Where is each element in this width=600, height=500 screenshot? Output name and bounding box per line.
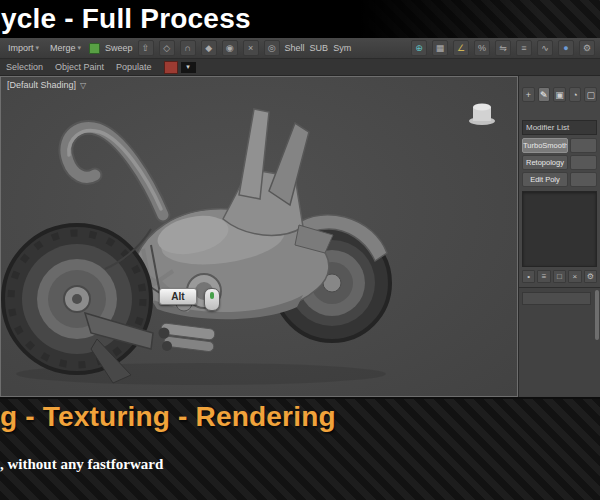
merge-menu-label: Merge [50, 43, 76, 53]
top-banner: ycle - Full Process [0, 0, 600, 38]
edit-poly-button[interactable]: Edit Poly [522, 172, 568, 187]
angle-snap-icon[interactable]: ∠ [453, 40, 469, 56]
panel-scrollbar[interactable] [595, 290, 599, 340]
create-tab-icon[interactable]: + [522, 87, 535, 102]
keycast-overlay: Alt [159, 288, 220, 311]
modifier-stack-list[interactable] [522, 191, 597, 267]
sym-button[interactable]: Sym [333, 43, 351, 53]
pin-stack-icon[interactable]: • [522, 270, 535, 283]
bridge-icon[interactable]: ∩ [180, 40, 196, 56]
sweep-button[interactable]: Sweep [105, 43, 133, 53]
command-panel-tabs: + ✎ ▣ ◔ ▢ [522, 87, 597, 102]
viewport[interactable]: [Default Shading] ▽ [0, 76, 518, 397]
sub-button[interactable]: SUB [310, 43, 329, 53]
loop-icon[interactable]: ◎ [264, 40, 280, 56]
material-editor-icon[interactable]: ● [558, 40, 574, 56]
configure-stack-icon[interactable]: ⚙ [584, 270, 597, 283]
mouse-middle-button-icon [204, 288, 220, 311]
modifier-preset-button[interactable] [570, 172, 597, 187]
mirror-icon[interactable]: ⇋ [495, 40, 511, 56]
motion-tab-icon[interactable]: ◔ [569, 87, 582, 102]
tab-selection[interactable]: Selection [6, 62, 43, 72]
remove-modifier-icon[interactable]: × [568, 270, 581, 283]
chamfer-icon[interactable]: ◆ [201, 40, 217, 56]
modifier-preset-button[interactable] [570, 138, 597, 153]
motorcycle-model [1, 77, 517, 396]
retopology-button[interactable]: Retopology [522, 155, 568, 170]
curve-editor-icon[interactable]: ∿ [537, 40, 553, 56]
command-panel: + ✎ ▣ ◔ ▢ Modifier List TurboSmooth Reto… [518, 76, 600, 397]
extrude-icon[interactable]: ⇧ [138, 40, 154, 56]
3dsmax-window: Import▾ Merge▾ Sweep ⇧ ◇ ∩ ◆ ◉ × ◎ Shell… [0, 38, 600, 399]
thumbnail-page: ycle - Full Process Import▾ Merge▾ Sweep… [0, 0, 600, 500]
shell-button[interactable]: Shell [285, 43, 305, 53]
swatch-dropdown-button[interactable]: ▾ [181, 62, 196, 73]
middle-button-highlight [210, 292, 214, 299]
tab-populate[interactable]: Populate [116, 62, 152, 72]
import-menu[interactable]: Import▾ [5, 42, 42, 54]
weld-icon[interactable]: ◉ [222, 40, 238, 56]
import-menu-label: Import [8, 43, 34, 53]
main-area: [Default Shading] ▽ [0, 76, 600, 397]
chevron-down-icon: ▾ [78, 44, 82, 52]
top-title: ycle - Full Process [1, 0, 251, 38]
render-settings-icon[interactable]: ⚙ [579, 40, 595, 56]
display-tab-icon[interactable]: ▢ [584, 87, 597, 102]
stack-tool-row: • ≡ □ × ⚙ [522, 270, 597, 283]
bevel-icon[interactable]: ◇ [159, 40, 175, 56]
modifier-preset-button[interactable] [570, 155, 597, 170]
alt-key-indicator: Alt [159, 288, 197, 305]
filter-icon: ▽ [80, 81, 86, 90]
modifier-list-dropdown[interactable]: Modifier List [522, 120, 597, 135]
exhaust-pipes [159, 323, 216, 352]
snaps-toggle-icon[interactable]: ⊕ [411, 40, 427, 56]
make-unique-icon[interactable]: □ [553, 270, 566, 283]
color-swatch-button[interactable] [164, 61, 178, 74]
tail-fin-right [269, 123, 309, 205]
rear-wheel [3, 225, 151, 373]
roll-bar [66, 127, 163, 215]
bottom-subtitle: , without any fastforward [0, 456, 163, 473]
show-end-result-icon[interactable]: ≡ [537, 270, 550, 283]
chevron-down-icon: ▾ [36, 44, 40, 52]
merge-menu[interactable]: Merge▾ [47, 42, 84, 54]
main-toolbar: Import▾ Merge▾ Sweep ⇧ ◇ ∩ ◆ ◉ × ◎ Shell… [0, 38, 600, 59]
ribbon-tab-bar: Selection Object Paint Populate ▾ [0, 59, 600, 76]
percent-snap-icon[interactable]: % [474, 40, 490, 56]
turbosmooth-button[interactable]: TurboSmooth [522, 138, 568, 153]
chevron-down-icon: ▾ [186, 63, 190, 71]
scene-gizmo [469, 104, 495, 126]
modify-tab-icon[interactable]: ✎ [538, 87, 551, 102]
bottom-title: g - Texturing - Rendering [0, 401, 336, 433]
hierarchy-tab-icon[interactable]: ▣ [553, 87, 566, 102]
green-status-chip[interactable] [89, 43, 100, 54]
cut-icon[interactable]: × [243, 40, 259, 56]
modifier-button-grid: TurboSmooth Retopology Edit Poly [522, 138, 597, 187]
viewport-shading-label[interactable]: [Default Shading] ▽ [7, 80, 86, 90]
shading-label-text: [Default Shading] [7, 80, 76, 90]
grid-snap-icon[interactable]: ▦ [432, 40, 448, 56]
rollout-area [519, 287, 600, 397]
tab-object-paint[interactable]: Object Paint [55, 62, 104, 72]
layers-icon[interactable]: ≡ [516, 40, 532, 56]
